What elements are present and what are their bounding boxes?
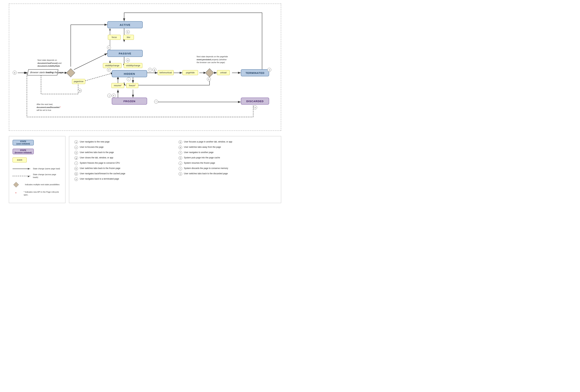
start-label: Browser starts loading the page <box>27 69 58 76</box>
event-unload: unload <box>217 70 230 75</box>
state-frozen: FROZEN <box>112 98 147 105</box>
diagram-area: a Browser starts loading the page Next s… <box>9 3 281 131</box>
key-item-b: b User focuses a page in another tab, wi… <box>179 140 276 144</box>
key-text-l: System discards the page to conserve mem… <box>184 167 228 170</box>
legend-item-line-dashed: State change (across page loads) <box>12 173 62 179</box>
key-text-n: User switches tabs back to the discarded… <box>184 172 228 175</box>
event-blur: blur <box>123 35 134 40</box>
circle-a: a <box>13 71 17 75</box>
circle-i: i <box>127 77 131 81</box>
key-text-i: System freezes the page to conserve CPU <box>80 161 120 165</box>
key-circle-m: m <box>74 172 78 176</box>
key-circle-a: a <box>74 140 78 144</box>
key-grid: a User navigates to the new page b User … <box>74 140 276 181</box>
legend-box: STATE (user-initiated) STATE (browser-in… <box>9 136 65 203</box>
event-focus: focus <box>108 35 121 40</box>
key-item-j: j System resumes the frozen page <box>179 161 276 165</box>
event-pagehide: pagehide <box>182 70 198 75</box>
annotation-diamond: Next state depends on document.hasFocus(… <box>37 59 66 68</box>
circle-m: m <box>78 89 82 93</box>
key-circle-b: b <box>179 140 182 144</box>
key-circle-k: k <box>74 167 78 170</box>
key-text-k: User switches tabs back to the frozen pa… <box>80 167 120 170</box>
circle-c: c <box>107 46 111 49</box>
key-circle-o: o <box>74 178 78 181</box>
key-text-c: User re-focuses the page <box>80 145 104 149</box>
legend-item-diamond: Indicates multiple next-state possibilit… <box>12 182 62 188</box>
circle-l: l <box>154 100 158 103</box>
key-item-o: o User navigates back to a terminated pa… <box>74 177 171 181</box>
key-item-m: m User navigates back/forward to the cac… <box>74 172 171 176</box>
key-item-i: i System freezes the page to conserve CP… <box>74 161 171 165</box>
key-circle-j: j <box>179 162 182 165</box>
svg-line-7 <box>74 53 107 70</box>
circle-b: b <box>126 30 130 34</box>
legend-line-solid-desc: State change (same page load) <box>33 167 60 170</box>
legend-state-user: STATE (user-initiated) <box>12 140 34 145</box>
key-area: a User navigates to the new page b User … <box>69 136 281 203</box>
annotation-frozen: After the next load, document.wasDiscard… <box>37 103 72 112</box>
key-item-g: g User closes the tab, window, or app <box>74 156 171 160</box>
key-text-m: User navigates back/forward to the cache… <box>80 172 125 175</box>
diamond-pagehide <box>205 68 214 77</box>
key-text-h: System puts page into the page cache <box>184 156 220 159</box>
event-freeze: freeze* <box>126 83 138 88</box>
legend-item-asterisk: * * Indicates new API in the Page Lifecy… <box>12 191 62 196</box>
state-terminated: TERMINATED <box>241 69 269 76</box>
circle-e: e <box>107 68 111 72</box>
key-item-n: n User switches tabs back to the discard… <box>179 172 276 176</box>
key-item-k: k User switches tabs back to the frozen … <box>74 166 171 171</box>
key-text-g: User closes the tab, window, or app <box>80 156 113 159</box>
legend-item-state-browser: STATE (browser-initiated) <box>12 149 62 154</box>
main-container: a Browser starts loading the page Next s… <box>0 0 290 207</box>
legend-item-line-solid: State change (same page load) <box>12 167 62 170</box>
event-pageshow: pageshow <box>72 79 85 84</box>
svg-line-30 <box>85 73 114 81</box>
key-item-h: h System puts page into the page cache <box>179 156 276 160</box>
legend-area: STATE (user-initiated) STATE (browser-in… <box>9 136 281 203</box>
legend-diamond <box>13 182 19 188</box>
key-circle-h: h <box>179 156 182 160</box>
annotation-pagehide: Next state depends on the pagehide event… <box>197 55 236 64</box>
key-circle-i: i <box>74 162 78 165</box>
legend-item-state-user: STATE (user-initiated) <box>12 140 62 145</box>
event-beforeunload: beforeunload <box>158 70 174 75</box>
circle-h: h <box>207 77 211 81</box>
legend-line-solid <box>12 169 30 169</box>
circle-n: n <box>253 105 257 109</box>
key-item-c: c User re-focuses the page <box>74 145 171 150</box>
key-text-j: System resumes the frozen page <box>184 161 215 165</box>
key-text-d: User switches tabs away from the page <box>184 145 221 149</box>
key-item-d: d User switches tabs away from the page <box>179 145 276 150</box>
key-item-a: a User navigates to the new page <box>74 140 171 144</box>
legend-event-box: event <box>12 157 27 162</box>
key-text-a: User navigates to the new page <box>80 140 110 143</box>
key-text-o: User navigates back to a terminated page <box>80 177 119 181</box>
key-circle-n: n <box>179 172 182 176</box>
circle-f: f <box>148 68 152 72</box>
state-passive: PASSIVE <box>107 50 143 57</box>
state-active: ACTIVE <box>107 21 143 28</box>
circle-k: k <box>112 94 116 98</box>
key-item-l: l System discards the page to conserve m… <box>179 166 276 171</box>
event-resume: resume* <box>111 83 124 88</box>
key-circle-f: f <box>179 151 182 154</box>
diamond-focus <box>66 68 75 77</box>
circle-o: o <box>267 68 271 72</box>
key-text-b: User focuses a page in another tab, wind… <box>184 140 232 143</box>
state-discarded: DISCARDED <box>241 98 269 105</box>
legend-line-dashed <box>12 176 30 176</box>
key-circle-l: l <box>179 167 182 170</box>
key-circle-g: g <box>74 156 78 160</box>
circle-g: g <box>152 68 156 72</box>
legend-item-event: event <box>12 157 62 162</box>
state-hidden: HIDDEN <box>112 70 147 77</box>
event-visibilitychange1: visibilitychange <box>103 63 122 68</box>
key-circle-c: c <box>74 146 78 149</box>
legend-asterisk-desc: * Indicates new API in the Page Lifecycl… <box>24 191 62 196</box>
key-text-e: User switches tabs back to the page <box>80 151 114 154</box>
circle-d: d <box>126 58 130 62</box>
key-item-f: f User navigates to another page <box>179 150 276 155</box>
event-visibilitychange2: visibilitychange <box>124 63 142 68</box>
key-circle-e: e <box>74 151 78 154</box>
